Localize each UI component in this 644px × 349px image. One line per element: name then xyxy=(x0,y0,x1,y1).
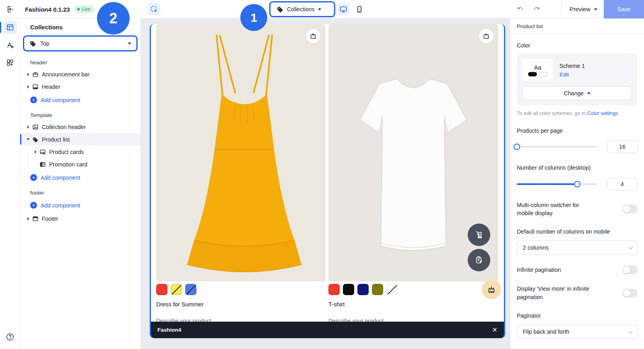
color-settings-link[interactable]: Color settings xyxy=(587,111,618,116)
exit-icon xyxy=(6,5,14,13)
color-swatch[interactable] xyxy=(156,284,167,295)
annotation-step-2: 2 xyxy=(97,2,130,35)
select-region-tool[interactable] xyxy=(148,3,160,15)
page-selector-label: Collections xyxy=(287,6,314,12)
history-controls xyxy=(516,0,541,18)
fab-upgrade-button[interactable] xyxy=(482,280,501,299)
help-button[interactable] xyxy=(0,329,20,345)
caret-down-icon xyxy=(587,92,590,94)
help-icon xyxy=(6,333,14,341)
columns-mobile-select[interactable]: 2 columns xyxy=(517,240,638,255)
product-list-children: Product cards Promotion card xyxy=(20,146,140,170)
tree-item-collection-header[interactable]: Collection header xyxy=(20,121,140,133)
expand-caret-icon[interactable] xyxy=(25,85,31,88)
expand-caret-icon[interactable] xyxy=(25,73,31,76)
products-per-page-input[interactable] xyxy=(607,140,638,153)
live-status-badge: Live xyxy=(74,5,95,13)
caret-down-icon xyxy=(128,43,131,45)
rail-item-typography[interactable] xyxy=(0,36,20,54)
preview-dropdown[interactable]: Preview xyxy=(570,0,597,18)
product-image-dress[interactable] xyxy=(156,24,325,281)
tag-icon xyxy=(277,6,283,13)
add-component-button[interactable]: + Add component xyxy=(20,94,140,106)
color-swatch[interactable] xyxy=(357,284,369,295)
paginator-select[interactable]: Flip back and forth xyxy=(517,324,638,339)
add-component-button[interactable]: + Add component xyxy=(20,171,140,184)
expand-caret-icon[interactable] xyxy=(33,150,38,154)
components-icon xyxy=(3,56,17,70)
color-swatch[interactable] xyxy=(343,284,354,295)
paginator-label: Paginator xyxy=(517,312,638,320)
multi-column-switcher-label: Multi-column switcher for mobile display xyxy=(517,201,596,218)
undo-button[interactable] xyxy=(516,6,524,13)
product-title[interactable]: T-shirt xyxy=(328,301,345,308)
color-swatch[interactable] xyxy=(185,284,196,295)
expand-caret-icon[interactable] xyxy=(25,125,31,129)
columns-desktop-slider[interactable] xyxy=(517,183,597,185)
bag-plus-icon xyxy=(310,33,317,40)
tree-item-footer[interactable]: Footer xyxy=(20,212,140,225)
header-icon xyxy=(32,84,39,90)
tree-section-header: header xyxy=(20,57,140,68)
color-swatch[interactable] xyxy=(372,284,383,295)
add-to-cart-button[interactable] xyxy=(479,29,493,43)
tree-item-product-cards[interactable]: Product cards xyxy=(20,146,140,158)
scheme-name: Scheme 1 xyxy=(559,63,585,69)
plus-circle-icon: + xyxy=(30,96,37,103)
rail-item-components[interactable] xyxy=(0,54,20,72)
scheme-preview-tile: Aa xyxy=(522,59,553,81)
preview-canvas: Dress for Summer Describe your product xyxy=(150,24,505,338)
footer-icon xyxy=(32,216,39,222)
multi-column-switcher-toggle[interactable] xyxy=(622,205,638,214)
close-icon[interactable]: ✕ xyxy=(492,326,497,334)
fab-orders-button[interactable] xyxy=(468,224,490,246)
product-cards-icon xyxy=(39,149,46,155)
swatch-row xyxy=(156,284,196,295)
chevron-down-icon xyxy=(628,329,633,333)
color-scheme-card: Aa Scheme 1 Edit Change xyxy=(517,53,638,106)
hand-truck-icon xyxy=(474,230,484,240)
desktop-view-button[interactable] xyxy=(337,3,349,15)
app-title: Fashion4 0.1.23 Live xyxy=(25,0,95,18)
rail-item-layout[interactable] xyxy=(0,18,20,36)
tree-item-header[interactable]: Header xyxy=(20,80,140,93)
tags-icon xyxy=(32,136,39,143)
mobile-icon xyxy=(355,5,363,13)
columns-mobile-label: Default number of columns on mobile xyxy=(517,228,638,236)
expand-caret-icon[interactable] xyxy=(25,217,31,220)
product-title[interactable]: Dress for Summer xyxy=(156,301,204,308)
tree-item-product-list[interactable]: Product list xyxy=(20,133,140,146)
edit-scheme-link[interactable]: Edit xyxy=(559,72,585,78)
left-icon-rail xyxy=(0,18,20,349)
slider-knob[interactable] xyxy=(514,144,520,150)
slider-knob[interactable] xyxy=(574,181,580,187)
product-card[interactable]: Dress for Summer Describe your product xyxy=(156,24,325,281)
infinite-pagination-toggle[interactable] xyxy=(622,265,638,274)
change-scheme-button[interactable]: Change xyxy=(522,86,632,100)
products-per-page-slider[interactable] xyxy=(517,146,597,148)
settings-panel: Product list Color Aa Scheme 1 Edit Chan… xyxy=(510,18,644,349)
collapse-caret-icon[interactable] xyxy=(25,138,31,140)
plus-circle-icon: + xyxy=(30,202,37,209)
color-swatch[interactable] xyxy=(328,284,340,295)
exit-editor-button[interactable] xyxy=(0,0,20,18)
add-to-cart-button[interactable] xyxy=(306,29,320,43)
save-button[interactable]: Save xyxy=(604,0,644,18)
layout-icon xyxy=(3,21,17,34)
color-swatch[interactable] xyxy=(171,284,182,295)
scheme-primary-color-pill xyxy=(528,72,537,76)
caret-down-icon xyxy=(318,8,321,10)
mobile-view-button[interactable] xyxy=(353,3,365,15)
fab-edit-list-button[interactable] xyxy=(468,249,490,271)
scope-selector-dropdown[interactable]: Top xyxy=(24,37,136,50)
color-swatch[interactable] xyxy=(386,284,398,295)
view-more-toggle[interactable] xyxy=(622,289,638,298)
redo-button[interactable] xyxy=(533,6,541,13)
clipboard-edit-icon xyxy=(474,255,484,265)
add-component-button[interactable]: + Add component xyxy=(20,199,140,211)
page-selector-dropdown[interactable]: Collections xyxy=(270,2,334,16)
columns-desktop-input[interactable] xyxy=(607,178,638,191)
tree-item-promotion-card[interactable]: Promotion card xyxy=(20,158,140,170)
tree-item-announcement-bar[interactable]: Announcement bar xyxy=(20,68,140,80)
desktop-icon xyxy=(339,5,347,13)
